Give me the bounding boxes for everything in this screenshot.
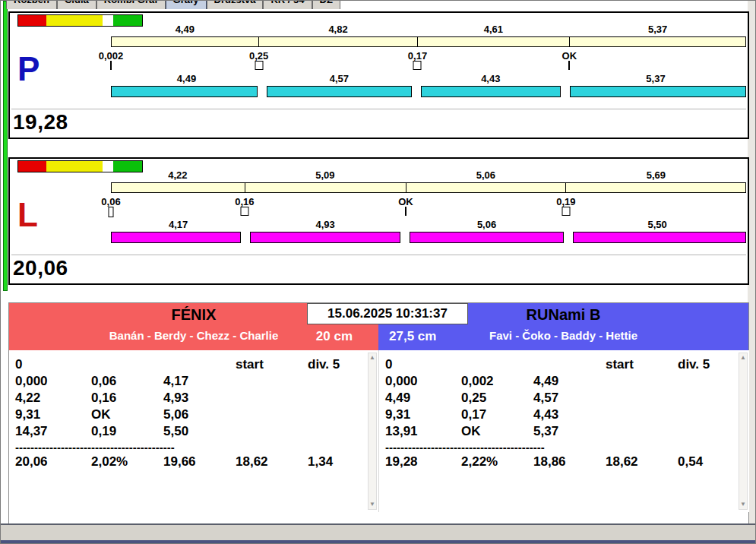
split-bar [111, 86, 258, 97]
table-row: 13,91 OK 5,37 [379, 424, 749, 441]
table-row: 0,000 0,002 4,49 [379, 374, 749, 391]
split-bars [111, 232, 746, 243]
scroll-up-icon[interactable]: ▲ [369, 353, 376, 362]
light-red-icon [18, 15, 46, 26]
team-right-results-table: 0 start div. 5 0,000 0,002 4,49 4,49 0,2… [378, 350, 749, 512]
jump-height: 20 cm [316, 329, 353, 344]
exchange-marker-icon [240, 207, 248, 216]
table-row: 4,22 0,16 4,93 [9, 391, 378, 407]
split-bars [111, 86, 746, 97]
split-bar [111, 232, 241, 243]
scroll-down-icon[interactable]: ▼ [369, 500, 376, 509]
table-row: 9,31 0,17 4,43 [379, 407, 749, 424]
panel-lane-l: L 4,22 5,09 5,06 5,69 0,06 0,16 OK 0,19 [8, 157, 749, 285]
table-header-row: 0 start div. 5 [9, 357, 378, 374]
table-header-row: 0 start div. 5 [379, 357, 749, 374]
splits-chart: 4,49 4,82 4,61 5,37 0,002 0,25 0,17 OK [111, 24, 746, 97]
exchange-marker-icon [110, 61, 112, 70]
lower-split-values: 4,49 4,57 4,43 5,37 [111, 73, 746, 84]
light-yellow-icon [46, 15, 74, 26]
vertical-scrollbar[interactable]: ▲ ▼ [368, 353, 377, 510]
split-bar [573, 232, 746, 243]
summary-row: 19,28 2,22% 18,86 18,62 0,54 [379, 454, 749, 471]
exchange-labels: 0,06 0,16 OK 0,19 [111, 196, 746, 206]
tab-rozbeh[interactable]: Rozbeh [6, 1, 57, 9]
lane-letter: L [17, 198, 38, 232]
split-bar [250, 232, 400, 243]
exchange-labels: 0,002 0,25 0,17 OK [111, 50, 746, 60]
divider-line [11, 255, 746, 255]
split-bar [267, 86, 412, 97]
light-yellow-icon [74, 161, 103, 172]
exchange-marker-icon [405, 207, 406, 216]
table-row: 0,000 0,06 4,17 [9, 374, 378, 391]
split-bar [410, 232, 564, 243]
tab-cidla[interactable]: Cidla [57, 1, 96, 9]
light-yellow-icon [46, 161, 74, 172]
tab-grafy[interactable]: Grafy [166, 1, 207, 9]
exchange-marker-icon [413, 61, 422, 70]
status-bar [1, 523, 755, 543]
scale-bar [111, 182, 746, 193]
upper-split-values: 4,49 4,82 4,61 5,37 [111, 24, 746, 35]
exchange-markers [111, 61, 746, 71]
split-bar [570, 86, 746, 97]
results-section: FÉNIX Banán - Berdy - Chezz - Charlie 20… [8, 302, 749, 524]
divider-line [11, 109, 746, 109]
upper-split-values: 4,22 5,09 5,06 5,69 [111, 169, 746, 181]
tab-dz[interactable]: DZ [312, 1, 340, 9]
lane-total-time: 19,28 [13, 110, 68, 134]
exchange-marker-icon [568, 61, 570, 70]
scroll-up-icon[interactable]: ▲ [739, 353, 747, 362]
exchange-marker-icon [561, 207, 570, 216]
light-yellow-icon [74, 15, 103, 26]
light-red-icon [18, 161, 46, 172]
app-window: RozbehCidlaKombi GrafGrafyDružstvaKR / 5… [0, 0, 756, 544]
scale-bar [111, 36, 746, 47]
lane-letter: P [17, 52, 40, 86]
panel-lane-p: P 4,49 4,82 4,61 5,37 0,002 0,25 0,17 OK [8, 11, 749, 139]
tab-kombi-graf[interactable]: Kombi Graf [96, 1, 166, 9]
table-row: 9,31 OK 5,06 [9, 407, 378, 424]
table-row: 14,37 0,19 5,50 [9, 424, 378, 441]
timestamp: 15.06.2025 10:31:37 [307, 303, 468, 324]
scroll-down-icon[interactable]: ▼ [739, 500, 747, 509]
lane-total-time: 20,06 [13, 256, 68, 280]
table-row: 4,49 0,25 4,57 [379, 391, 749, 407]
summary-row: 20,06 2,02% 19,66 18,62 1,34 [9, 454, 378, 471]
vertical-scrollbar[interactable]: ▲ ▼ [739, 353, 748, 510]
team-left-results-table: 0 start div. 5 0,000 0,06 4,17 4,22 0,16… [9, 350, 378, 512]
left-green-indicator [3, 1, 8, 291]
tab-bar: RozbehCidlaKombi GrafGrafyDružstvaKR / 5… [6, 1, 340, 9]
exchange-markers [111, 207, 746, 217]
exchange-marker-icon [255, 61, 263, 70]
tab-kr-54[interactable]: KR / 54 [263, 1, 312, 9]
tab-druzstva[interactable]: Družstva [207, 1, 264, 9]
exchange-marker-icon [109, 207, 114, 217]
separator-row: ----------------------------------------… [379, 441, 749, 454]
lower-split-values: 4,17 4,93 5,06 5,50 [111, 219, 746, 230]
split-bar [421, 86, 561, 97]
separator-row: ----------------------------------------… [9, 441, 378, 454]
splits-chart: 4,22 5,09 5,06 5,69 0,06 0,16 OK 0,19 [111, 169, 746, 243]
team-members: Favi - Čoko - Baddy - Hettie [378, 329, 748, 342]
